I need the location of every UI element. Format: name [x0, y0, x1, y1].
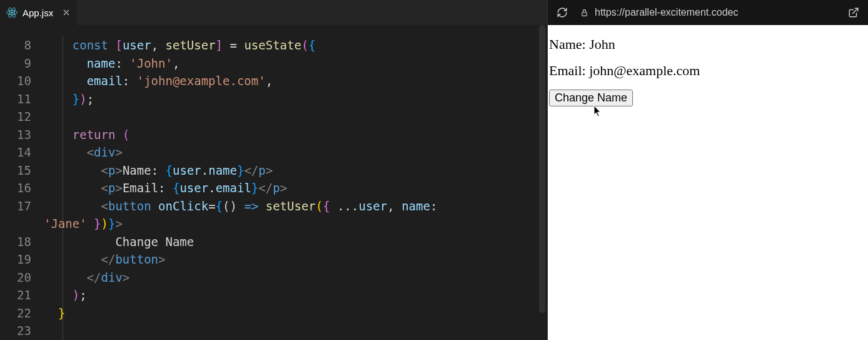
code-line[interactable]: );	[44, 286, 547, 304]
close-icon[interactable]	[62, 8, 71, 17]
email-label: Email:	[549, 63, 589, 78]
code-line[interactable]: name: 'John',	[44, 54, 547, 73]
code-line[interactable]: <button onClick={() => setUser({ ...user…	[44, 197, 547, 215]
code-line[interactable]: </button>	[44, 250, 547, 269]
line-number	[0, 215, 31, 233]
line-number: 18	[0, 233, 31, 251]
rendered-app: Name: John Email: john@example.com Chang…	[548, 25, 868, 340]
code-line[interactable]: return (	[44, 126, 547, 144]
line-number: 8	[0, 36, 31, 54]
line-number: 10	[0, 72, 31, 90]
url-text: https://parallel-excitement.codec	[595, 7, 738, 18]
line-number-gutter: 891011121314151617181920212223	[0, 36, 44, 340]
browser-toolbar: https://parallel-excitement.codec	[548, 0, 868, 25]
line-number: 17	[0, 197, 31, 215]
email-paragraph: Email: john@example.com	[549, 63, 867, 79]
line-number: 20	[0, 269, 31, 287]
name-label: Name:	[549, 36, 589, 52]
editor-scrollbar[interactable]	[539, 25, 545, 313]
line-number: 12	[0, 108, 31, 126]
code-line[interactable]: });	[44, 90, 547, 108]
editor-tabbar: App.jsx	[0, 0, 547, 25]
code-line[interactable]: const [user, setUser] = useState({	[44, 36, 547, 54]
line-number: 11	[0, 90, 31, 108]
address-bar[interactable]: https://parallel-excitement.codec	[580, 7, 835, 18]
code-line[interactable]	[44, 322, 547, 340]
code-line[interactable]: <div>	[44, 143, 547, 162]
code-area[interactable]: 891011121314151617181920212223 const [us…	[0, 25, 547, 340]
code-line[interactable]: }	[44, 304, 547, 322]
line-number: 23	[0, 322, 31, 340]
code-editor-panel: App.jsx 891011121314151617181920212223 c…	[0, 0, 547, 340]
svg-rect-4	[582, 12, 587, 15]
name-value: John	[589, 36, 615, 52]
svg-point-0	[11, 11, 13, 13]
code-line[interactable]	[44, 108, 547, 126]
code-line[interactable]: email: 'john@example.com',	[44, 72, 547, 90]
code-line[interactable]: Change Name	[44, 233, 547, 251]
browser-preview-panel: https://parallel-excitement.codec Name: …	[547, 0, 868, 340]
lock-icon	[580, 9, 588, 17]
line-number: 19	[0, 250, 31, 269]
code-line[interactable]: <p>Name: {user.name}</p>	[44, 162, 547, 180]
email-value: john@example.com	[589, 63, 700, 78]
code-line[interactable]: 'Jane' })}>	[44, 215, 547, 233]
editor-tab-label: App.jsx	[23, 8, 53, 18]
line-number: 21	[0, 286, 31, 304]
line-number: 22	[0, 304, 31, 322]
code-content[interactable]: const [user, setUser] = useState({ name:…	[44, 36, 547, 340]
line-number: 13	[0, 126, 31, 144]
name-paragraph: Name: John	[549, 36, 867, 53]
code-line[interactable]: </div>	[44, 269, 547, 287]
mouse-cursor-icon	[593, 105, 602, 118]
react-icon	[6, 7, 18, 18]
line-number: 9	[0, 54, 31, 73]
refresh-icon[interactable]	[557, 7, 568, 18]
change-name-button[interactable]: Change Name	[549, 90, 633, 106]
editor-tab-app[interactable]: App.jsx	[0, 0, 77, 25]
line-number: 15	[0, 162, 31, 180]
code-line[interactable]: <p>Email: {user.email}</p>	[44, 179, 547, 197]
open-external-icon[interactable]	[848, 7, 859, 18]
line-number: 16	[0, 179, 31, 197]
line-number: 14	[0, 143, 31, 162]
